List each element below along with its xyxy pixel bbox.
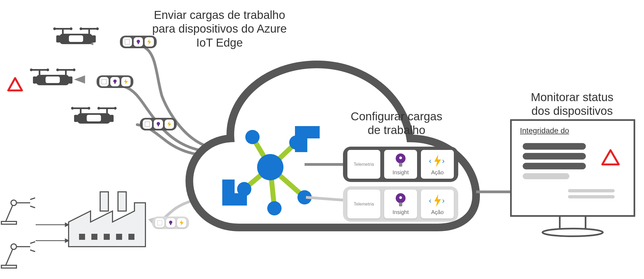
configure-workloads-label: Configurar cargas de trabalho: [336, 110, 457, 137]
robot-arm-icon: [1, 242, 35, 268]
svg-point-13: [297, 190, 312, 204]
svg-text:‹: ‹: [429, 196, 431, 205]
svg-line-4: [270, 143, 296, 167]
diagram-canvas: [0, 0, 644, 279]
iot-hub-graph-icon: [237, 130, 312, 215]
warning-icon: [1, 81, 21, 97]
edge-modules-small: [120, 36, 157, 48]
telemetry-module-icon: [123, 37, 132, 47]
svg-point-48: [97, 107, 100, 110]
insight-module-icon: [166, 218, 175, 227]
svg-rect-28: [33, 76, 37, 84]
svg-rect-99: [399, 203, 402, 206]
svg-point-84: [157, 122, 160, 125]
svg-point-47: [88, 107, 90, 110]
factory-icon: [69, 192, 145, 247]
robot-arm-icon: [1, 198, 35, 224]
svg-rect-79: [102, 79, 106, 84]
svg-point-35: [46, 69, 49, 71]
svg-point-61: [11, 244, 16, 249]
svg-marker-63: [65, 223, 69, 226]
svg-point-10: [289, 135, 303, 150]
svg-rect-74: [568, 195, 615, 198]
svg-marker-1: [74, 75, 85, 84]
insight-module-icon: [110, 77, 120, 86]
svg-point-22: [53, 27, 56, 30]
svg-line-3: [252, 137, 270, 167]
svg-rect-54: [92, 234, 97, 239]
svg-point-12: [267, 201, 282, 215]
svg-rect-38: [77, 113, 110, 124]
svg-point-37: [73, 69, 75, 71]
telemetry-label: Telemetria: [354, 162, 374, 167]
svg-rect-39: [87, 115, 101, 121]
svg-point-49: [114, 107, 117, 110]
warning-icon: [602, 150, 619, 164]
svg-rect-56: [117, 234, 122, 239]
edge-modules-small: [152, 217, 189, 229]
lightbulb-icon: [394, 153, 407, 168]
svg-marker-95: [434, 155, 441, 167]
svg-rect-16: [56, 35, 60, 42]
action-module-icon: [145, 37, 154, 47]
insight-card: Insight: [384, 190, 417, 218]
svg-rect-77: [138, 43, 139, 44]
insight-card: Insight: [384, 150, 417, 179]
svg-rect-55: [104, 234, 109, 239]
svg-marker-78: [147, 39, 151, 45]
connector-workload-lt: [306, 197, 343, 200]
svg-rect-41: [110, 115, 114, 122]
monitor-status-label: Monitorar status dos dispositivos: [512, 90, 632, 118]
svg-rect-73: [568, 189, 615, 192]
svg-point-68: [542, 229, 603, 236]
action-card: ‹ › Ação: [421, 190, 454, 218]
action-label: Ação: [431, 209, 444, 215]
svg-point-34: [30, 69, 33, 71]
svg-rect-27: [46, 76, 60, 83]
telemetry-card: Telemetria: [347, 150, 380, 179]
factory-input-lines: [36, 223, 69, 242]
insight-label: Insight: [393, 169, 409, 176]
svg-rect-40: [74, 115, 78, 122]
lightbulb-icon: [394, 193, 407, 208]
drone-icon: [71, 107, 117, 124]
svg-rect-87: [157, 220, 162, 225]
svg-line-5: [244, 167, 270, 189]
svg-rect-53: [80, 234, 85, 239]
svg-point-92: [399, 156, 402, 159]
svg-marker-101: [434, 194, 441, 207]
svg-rect-70: [523, 153, 586, 160]
action-label: Ação: [431, 169, 444, 176]
insight-module-icon: [154, 119, 163, 129]
action-card: ‹ › Ação: [421, 150, 454, 179]
svg-rect-26: [36, 75, 69, 85]
workload-modules: Telemetria Insight ‹ › Ação: [343, 186, 458, 222]
svg-marker-90: [180, 220, 184, 226]
svg-rect-58: [1, 221, 16, 224]
svg-marker-86: [167, 121, 171, 127]
svg-rect-51: [100, 192, 108, 211]
svg-rect-75: [125, 39, 130, 44]
svg-rect-81: [114, 82, 116, 84]
svg-rect-52: [118, 192, 126, 211]
edge-modules-small: [97, 75, 133, 88]
telemetry-label: Telemetria: [354, 202, 374, 207]
drone-icon: [30, 69, 75, 85]
svg-marker-65: [65, 239, 69, 242]
svg-rect-93: [399, 163, 402, 167]
connector-group: [123, 48, 218, 156]
svg-point-36: [56, 69, 59, 71]
action-icon: ‹ ›: [428, 193, 447, 208]
telemetry-module-icon: [99, 77, 109, 86]
device-health-label: Integridade do: [520, 126, 591, 135]
svg-text:‹: ‹: [429, 156, 431, 165]
telemetry-module-icon: [155, 218, 164, 227]
action-module-icon: [165, 119, 174, 129]
warning-icon: [8, 78, 22, 90]
svg-point-76: [137, 40, 140, 43]
svg-rect-72: [523, 173, 569, 179]
insight-label: Insight: [393, 209, 409, 215]
action-module-icon: [121, 77, 131, 86]
svg-point-88: [169, 221, 172, 224]
svg-marker-0: [82, 37, 93, 45]
